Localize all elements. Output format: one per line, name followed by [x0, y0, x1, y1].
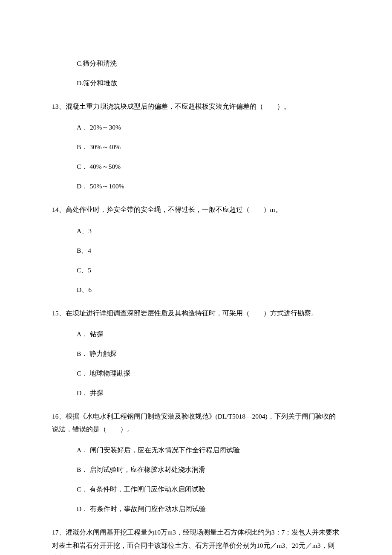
q12-option-c: C.筛分和清洗	[52, 58, 340, 69]
q13-option-c: C． 40%～50%	[52, 162, 340, 172]
q15-option-c: C． 地球物理勘探	[52, 368, 340, 379]
q16-stem: 16、根据《水电水利工程钢闸门制造安装及验收规范》(DL/T5018—2004)…	[52, 410, 340, 436]
q13-option-b: B． 30%～40%	[52, 142, 340, 152]
q16-option-c: C． 有条件时，工作闸门应作动水启闭试验	[52, 484, 340, 494]
q13-stem: 13、混凝土重力坝浇筑块成型后的偏差，不应超模板安装允许偏差的（ ）。	[52, 100, 340, 113]
q13-option-d: D． 50%～100%	[52, 181, 340, 191]
q15-option-b: B． 静力触探	[52, 349, 340, 359]
q16-option-b: B． 启闭试验时，应在橡胶水封处浇水润滑	[52, 465, 340, 475]
q15-option-a: A． 钻探	[52, 329, 340, 339]
q16-option-a: A． 闸门安装好后，应在无水情况下作全行程启闭试验	[52, 445, 340, 455]
q14-stem: 14、高处作业时，拴安全带的安全绳，不得过长，一般不应超过（ ）m。	[52, 203, 340, 216]
q16-option-d: D． 有条件时，事故闸门应作动水启闭试验	[52, 504, 340, 514]
q14-option-b: B、4	[52, 246, 340, 256]
q17-stem: 17、灌溉分水闸闸基开挖工程量为10万m3，经现场测量土石方体积比约为3：7；发…	[52, 526, 340, 555]
q14-option-a: A、3	[52, 226, 340, 236]
q15-option-d: D． 井探	[52, 388, 340, 398]
q13-option-a: A． 20%～30%	[52, 122, 340, 133]
q14-option-c: C、5	[52, 265, 340, 275]
q14-option-d: D、6	[52, 285, 340, 295]
q12-option-d: D.筛分和堆放	[52, 78, 340, 88]
q15-stem: 15、在坝址进行详细调查深部岩层性质及其构造特征时，可采用（ ）方式进行勘察。	[52, 307, 340, 320]
